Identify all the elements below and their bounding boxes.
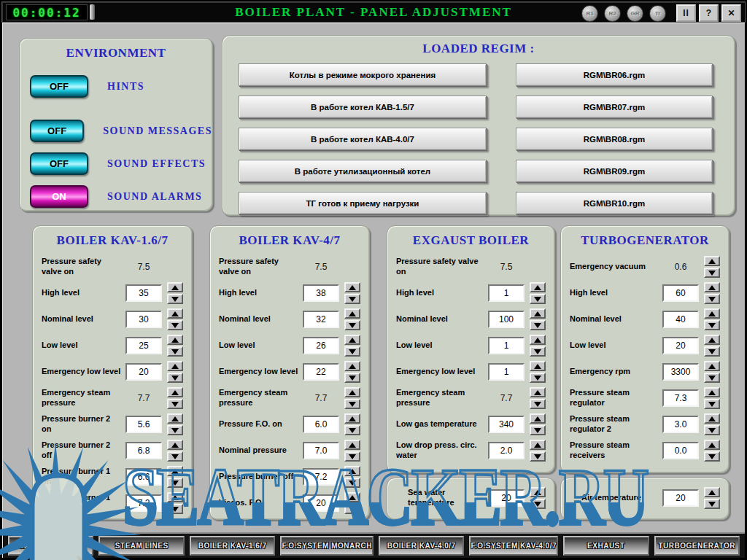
spinner-down-button[interactable] [344, 399, 360, 409]
spinner-down-button[interactable] [704, 373, 720, 383]
spinner-down-button[interactable] [530, 499, 546, 509]
spinner-up-button[interactable] [344, 282, 360, 292]
spinner-up-button[interactable] [167, 361, 183, 371]
spinner-down-button[interactable] [344, 294, 360, 304]
parameter-value-input[interactable] [125, 363, 162, 381]
titlebar-round-button[interactable]: GR [627, 5, 643, 22]
spinner-up-button[interactable] [167, 335, 183, 345]
parameter-value-input[interactable] [125, 337, 162, 354]
parameter-value-input[interactable] [662, 337, 699, 354]
spinner-up-button[interactable] [344, 308, 360, 319]
toggle-sound-effects[interactable]: OFF [30, 152, 88, 175]
spinner-up-button[interactable] [167, 413, 183, 424]
spinner-up-button[interactable] [704, 387, 720, 397]
parameter-value-input[interactable] [662, 389, 699, 407]
spinner-down-button[interactable] [167, 425, 183, 435]
spinner-up-button[interactable] [530, 440, 546, 450]
taskbar-button-exhaust[interactable]: EXHAUST [563, 536, 649, 556]
spinner-up-button[interactable] [344, 361, 360, 371]
regime-button[interactable]: ТГ готов к приему нагрузки [239, 192, 487, 214]
regime-file-button[interactable]: RGM\BR09.rgm [516, 160, 713, 182]
taskbar-button-turbogenerator[interactable]: TURBOGENERATOR [654, 536, 740, 556]
spinner-down-button[interactable] [704, 425, 720, 435]
spinner-down-button[interactable] [344, 346, 360, 357]
spinner-up-button[interactable] [167, 440, 183, 450]
spinner-down-button[interactable] [530, 451, 546, 462]
parameter-value-input[interactable] [488, 337, 525, 354]
spinner-up-button[interactable] [530, 361, 546, 371]
taskbar-button-water-systems[interactable]: WATER SYSTEMS [8, 536, 93, 556]
parameter-value-input[interactable] [488, 442, 525, 459]
spinner-down-button[interactable] [704, 346, 720, 357]
titlebar-round-button[interactable]: R1 [581, 5, 598, 22]
spinner-up-button[interactable] [167, 387, 183, 397]
spinner-up-button[interactable] [167, 492, 183, 502]
parameter-value-input[interactable] [488, 284, 525, 302]
pause-button[interactable]: II [676, 4, 696, 22]
spinner-up-button[interactable] [704, 440, 720, 450]
titlebar-round-button[interactable]: Tr [649, 5, 666, 22]
parameter-value-input[interactable] [303, 363, 339, 381]
spinner-down-button[interactable] [167, 373, 183, 383]
parameter-value-input[interactable] [125, 494, 162, 512]
toggle-sound-messages[interactable]: OFF [30, 120, 84, 142]
parameter-value-input[interactable] [125, 416, 162, 433]
regime-file-button[interactable]: RGM\BR06.rgm [516, 63, 713, 86]
spinner-down-button[interactable] [344, 373, 360, 383]
spinner-up-button[interactable] [530, 387, 546, 397]
close-button[interactable]: ✕ [721, 4, 741, 22]
spinner-down-button[interactable] [704, 451, 720, 462]
parameter-value-input[interactable] [488, 489, 525, 507]
titlebar-round-button[interactable]: R2 [604, 5, 621, 22]
taskbar-button-f-o-system-monarch[interactable]: F.O.SYSTEM MONARCH [280, 536, 373, 556]
parameter-value-input[interactable] [303, 284, 339, 302]
spinner-down-button[interactable] [344, 320, 360, 330]
spinner-up-button[interactable] [704, 335, 720, 345]
help-button[interactable]: ? [699, 4, 719, 22]
spinner-down-button[interactable] [167, 504, 183, 514]
spinner-down-button[interactable] [167, 346, 183, 357]
parameter-value-input[interactable] [303, 416, 339, 433]
parameter-value-input[interactable] [303, 442, 339, 459]
parameter-value-input[interactable] [488, 416, 525, 433]
toggle-hints[interactable]: OFF [30, 75, 88, 98]
spinner-down-button[interactable] [344, 504, 360, 514]
spinner-up-button[interactable] [530, 335, 546, 345]
regime-button[interactable]: В работе котел КАВ-4.0/7 [239, 128, 487, 150]
spinner-down-button[interactable] [530, 399, 546, 409]
parameter-value-input[interactable] [125, 311, 162, 328]
spinner-up-button[interactable] [167, 466, 183, 476]
spinner-down-button[interactable] [167, 451, 183, 462]
parameter-value-input[interactable] [303, 337, 339, 354]
parameter-value-input[interactable] [662, 489, 699, 507]
spinner-up-button[interactable] [167, 282, 183, 292]
parameter-value-input[interactable] [662, 311, 699, 328]
spinner-up-button[interactable] [530, 487, 546, 497]
parameter-value-input[interactable] [488, 363, 525, 381]
spinner-down-button[interactable] [530, 294, 546, 304]
spinner-down-button[interactable] [344, 478, 360, 488]
spinner-down-button[interactable] [530, 320, 546, 330]
spinner-down-button[interactable] [704, 294, 720, 304]
regime-file-button[interactable]: RGM\BR10.rgm [516, 192, 713, 214]
parameter-value-input[interactable] [662, 284, 699, 302]
spinner-up-button[interactable] [344, 413, 360, 424]
parameter-value-input[interactable] [125, 468, 162, 486]
regime-button[interactable]: Котлы в режиме мокрого хранения [239, 63, 487, 86]
spinner-down-button[interactable] [530, 346, 546, 357]
spinner-up-button[interactable] [704, 361, 720, 371]
parameter-value-input[interactable] [662, 442, 699, 459]
regime-file-button[interactable]: RGM\BR08.rgm [516, 128, 713, 150]
taskbar-button-boiler-kav-1-6-7[interactable]: BOILER KAV-1.6/7 [190, 536, 275, 556]
spinner-down-button[interactable] [530, 373, 546, 383]
spinner-up-button[interactable] [167, 308, 183, 319]
parameter-value-input[interactable] [662, 363, 699, 381]
spinner-up-button[interactable] [344, 440, 360, 450]
parameter-value-input[interactable] [303, 311, 339, 328]
parameter-value-input[interactable] [662, 416, 699, 433]
spinner-down-button[interactable] [344, 425, 360, 435]
spinner-up-button[interactable] [704, 487, 720, 497]
parameter-value-input[interactable] [488, 311, 525, 328]
spinner-down-button[interactable] [530, 425, 546, 435]
spinner-down-button[interactable] [167, 294, 183, 304]
